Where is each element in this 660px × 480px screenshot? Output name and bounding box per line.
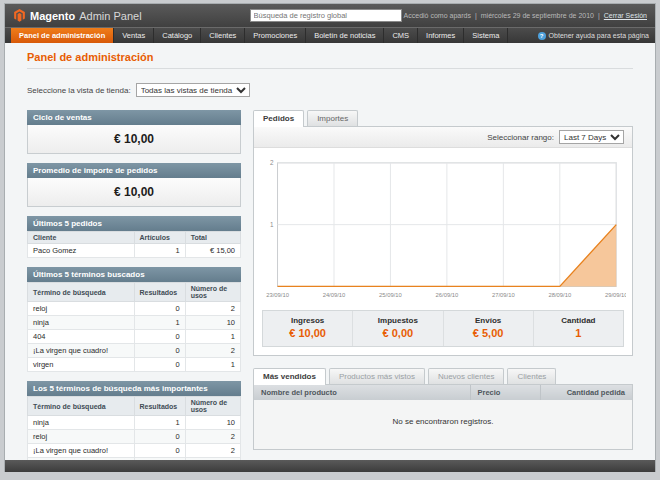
range-select[interactable]: Last 7 Days [559,130,624,144]
nav-item-clientes[interactable]: Clientes [201,28,245,43]
stat-label: Ingresos [263,316,352,325]
table-cell: ninja [28,316,135,330]
nav-item-dashboard[interactable]: Panel de administración [11,28,114,43]
stat-label: Cantidad [534,316,623,325]
nav-item-informes[interactable]: Informes [418,28,464,43]
totals-strip: Ingresos € 10,00 Impuestos € 0,00 Envíos… [262,310,624,347]
store-view-select[interactable]: Todas las vistas de tienda [136,83,250,97]
stat-value: € 10,00 [263,327,352,339]
table-header-row: Nombre del producto Precio Cantidad pedi… [254,385,632,400]
table-cell: reloj [28,430,135,444]
average-orders-value: € 10,00 [27,178,241,207]
admin-page: Magento Admin Panel Accedió como apards … [4,3,656,472]
table-row: 40401 [28,330,241,344]
stat-impuestos: Impuestos € 0,00 [352,311,442,346]
tab-productos-mas-vistos[interactable]: Productos más vistos [329,368,425,384]
chart-area: 1223/09/1024/09/1025/09/1026/09/1027/09/… [254,148,632,302]
column-header: Resultados [134,283,185,302]
table-row: ¡La virgen que cuadro!02 [28,344,241,358]
lifetime-sales-card: Ciclo de ventas € 10,00 [27,110,241,154]
nav-item-sistema[interactable]: Sistema [464,28,508,43]
table-row: ninja110 [28,416,241,430]
average-orders-card: Promedio de importe de pedidos € 10,00 [27,163,241,207]
tab-nuevos-clientes[interactable]: Nuevos clientes [428,368,504,384]
separator: | [598,12,600,19]
svg-text:25/09/10: 25/09/10 [379,292,402,298]
table-cell: 1 [134,244,185,258]
table-cell: 10 [185,416,240,430]
table-header-row: Término de búsqueda Resultados Número de… [28,397,241,416]
column-header: Nombre del producto [254,385,470,400]
table-cell: 0 [134,430,185,444]
products-tabs: Más vendidos Productos más vistos Nuevos… [253,368,633,384]
stat-label: Impuestos [353,316,442,325]
table-cell: 1 [134,416,185,430]
svg-text:24/09/10: 24/09/10 [323,292,346,298]
nav-item-ventas[interactable]: Ventas [114,28,154,43]
table-cell: 1 [185,358,240,372]
card-title: Últimos 5 pedidos [27,216,241,231]
table-row: ¡La virgen que cuadro!02 [28,444,241,458]
column-header: Cliente [28,232,135,244]
table-cell: 1 [134,316,185,330]
magento-logo[interactable]: Magento Admin Panel [13,9,142,22]
table-cell: 1 [185,330,240,344]
column-header: Término de búsqueda [28,283,135,302]
global-search-input[interactable] [250,9,402,22]
nav-item-cms[interactable]: CMS [384,28,418,43]
table-cell: 10 [185,316,240,330]
column-header: Artículos [134,232,185,244]
tab-clientes[interactable]: Clientes [507,368,556,384]
stat-value: € 0,00 [353,327,442,339]
svg-text:29/09/10: 29/09/10 [605,292,626,298]
tab-pedidos[interactable]: Pedidos [253,110,304,127]
page-title: Panel de administración [27,51,633,69]
orders-area-chart: 1223/09/1024/09/1025/09/1026/09/1027/09/… [260,156,626,302]
nav-item-boletin[interactable]: Boletín de noticias [306,28,384,43]
stat-value: € 5,00 [444,327,533,339]
svg-text:1: 1 [270,221,274,228]
footer-bar [5,460,655,472]
table-cell: € 15,00 [185,244,240,258]
nav-item-catalogo[interactable]: Catálogo [154,28,201,43]
products-panel: Nombre del producto Precio Cantidad pedi… [253,384,633,450]
page-help-link[interactable]: ? Obtener ayuda para esta página [538,28,649,43]
column-header: Número de usos [185,283,240,302]
dashboard-columns: Ciclo de ventas € 10,00 Promedio de impo… [27,110,633,460]
chart-tabs: Pedidos Importes [253,110,633,126]
table-cell: ¡La virgen que cuadro! [28,344,135,358]
range-label: Seleccionar rango: [487,133,554,142]
column-header: Total [185,232,240,244]
header-user-info: Accedió como apards | miércoles 29 de se… [404,12,647,19]
table-cell: virgen [28,358,135,372]
table-cell: 2 [185,444,240,458]
logged-in-as-text: Accedió como apards [404,12,471,19]
table-cell: 0 [134,358,185,372]
separator: | [475,12,477,19]
card-title: Los 5 términos de búsqueda más important… [27,381,241,396]
table-row: virgen01 [28,358,241,372]
table-cell: Paco Gomez [28,244,135,258]
column-header: Número de usos [185,397,240,416]
card-title: Promedio de importe de pedidos [27,163,241,178]
table-cell: 0 [134,302,185,316]
nav-item-promociones[interactable]: Promociones [245,28,306,43]
table-row: Paco Gomez1€ 15,00 [28,244,241,258]
svg-text:28/09/10: 28/09/10 [548,292,571,298]
last-orders-card: Últimos 5 pedidos Cliente Artículos Tota… [27,216,241,258]
tab-mas-vendidos[interactable]: Más vendidos [253,368,326,385]
table-cell: ninja [28,416,135,430]
range-bar: Seleccionar rango: Last 7 Days [254,127,632,148]
logout-link[interactable]: Cerrar Sesión [604,12,647,19]
tab-importes[interactable]: Importes [307,110,358,126]
table-cell: 0 [134,344,185,358]
empty-records-message: No se encontraron registros. [254,400,632,449]
last-search-terms-card: Últimos 5 términos buscados Término de b… [27,267,241,372]
table-cell: 2 [185,302,240,316]
table-row: reloj02 [28,302,241,316]
table-header-row: Término de búsqueda Resultados Número de… [28,283,241,302]
store-view-label: Seleccione la vista de tienda: [27,86,131,95]
column-header: Precio [470,385,540,400]
column-header: Término de búsqueda [28,397,135,416]
left-column: Ciclo de ventas € 10,00 Promedio de impo… [27,110,241,460]
